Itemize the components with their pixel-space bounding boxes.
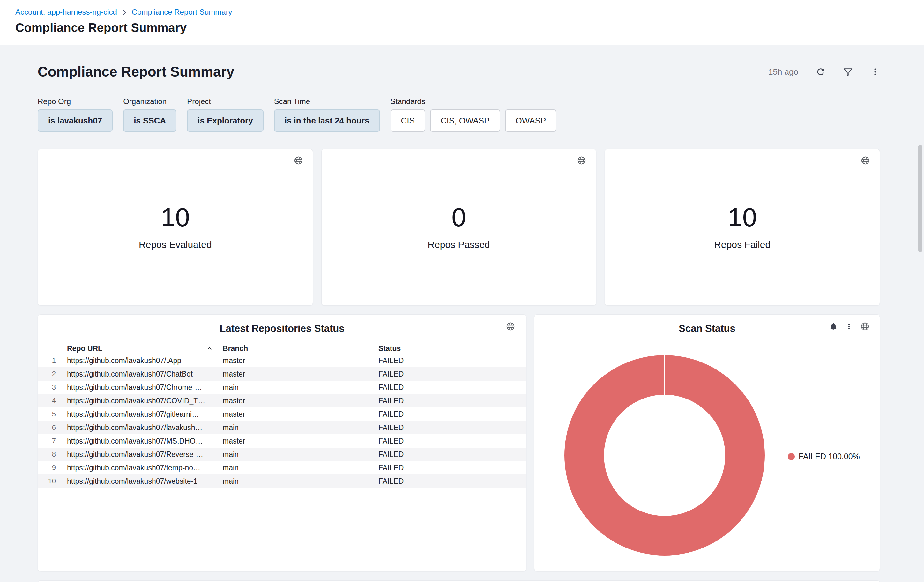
vertical-scrollbar-thumb[interactable]	[918, 145, 922, 252]
cell-branch: main	[218, 475, 374, 488]
sort-asc-icon	[206, 345, 213, 352]
cell-repo-url: https://github.com/lavakush07/temp-no…	[63, 461, 218, 475]
table-row: 7 https://github.com/lavakush07/MS.DHO… …	[38, 434, 526, 448]
kebab-menu-icon	[870, 67, 880, 77]
row-index: 4	[38, 394, 63, 407]
kpi-label: Repos Evaluated	[139, 239, 212, 250]
filter-button[interactable]	[843, 67, 853, 77]
dashboard-area: Compliance Report Summary 15h ago Repo O…	[0, 45, 886, 582]
more-menu-button[interactable]	[870, 67, 880, 77]
next-card-partial	[38, 580, 880, 582]
cell-status: FAILED	[374, 448, 526, 461]
filter-group-organization: Organization is SSCA	[123, 97, 177, 132]
row-index: 6	[38, 421, 63, 434]
filter-chip-repo-org[interactable]: is lavakush07	[38, 109, 113, 132]
globe-icon	[294, 156, 303, 165]
kpi-row: 10 Repos Evaluated 0 Repos Passed 10 Rep…	[38, 149, 880, 306]
filter-bar: Repo Org is lavakush07 Organization is S…	[38, 97, 848, 132]
cell-status: FAILED	[374, 461, 526, 475]
cell-repo-url: https://github.com/lavakush07/Chrome-…	[63, 381, 218, 394]
legend-swatch-failed	[788, 453, 795, 460]
table-row: 8 https://github.com/lavakush07/Reverse-…	[38, 448, 526, 461]
filter-label-organization: Organization	[123, 97, 177, 106]
globe-icon	[860, 322, 870, 331]
filter-chip-organization[interactable]: is SSCA	[123, 109, 177, 132]
cell-repo-url: https://github.com/lavakush07/lavakush…	[63, 421, 218, 434]
cell-repo-url: https://github.com/lavakush07/Reverse-…	[63, 448, 218, 461]
filter-chip-standard-owasp[interactable]: OWASP	[505, 109, 557, 132]
table-row: 5 https://github.com/lavakush07/gitlearn…	[38, 407, 526, 421]
cell-branch: master	[218, 394, 374, 407]
scan-status-card: Scan Status FAILED 100.00%	[534, 314, 880, 572]
row-index: 3	[38, 381, 63, 394]
kpi-card-repos-passed: 0 Repos Passed	[321, 149, 597, 306]
column-header-branch[interactable]: Branch	[218, 343, 374, 354]
filter-chip-project[interactable]: is Exploratory	[187, 109, 263, 132]
column-header-repo-url[interactable]: Repo URL	[63, 343, 218, 354]
cell-repo-url: https://github.com/lavakush07/gitlearni…	[63, 407, 218, 421]
explore-globe-button[interactable]	[860, 322, 870, 331]
filter-label-scan-time: Scan Time	[274, 97, 380, 106]
cell-status: FAILED	[374, 407, 526, 421]
table-row: 2 https://github.com/lavakush07/ChatBot …	[38, 367, 526, 381]
kpi-label: Repos Failed	[714, 239, 771, 250]
tile-menu-button[interactable]	[845, 322, 853, 331]
explore-globe-button[interactable]	[506, 322, 515, 331]
dashboard-toolbar: 15h ago	[768, 67, 880, 77]
row-index: 9	[38, 461, 63, 475]
table-row: 1 https://github.com/lavakush07/.App mas…	[38, 354, 526, 367]
column-header-label: Status	[378, 344, 401, 353]
kpi-value: 10	[728, 204, 757, 230]
top-header: Account: app-harness-ng-cicd Compliance …	[0, 0, 924, 45]
filter-group-standards: Standards CIS CIS, OWASP OWASP	[391, 97, 557, 132]
repo-table: Repo URL Branch Status 1 https://github.…	[38, 343, 526, 488]
dashboard-title: Compliance Report Summary	[38, 64, 234, 80]
breadcrumb: Account: app-harness-ng-cicd Compliance …	[15, 8, 924, 16]
page-title: Compliance Report Summary	[15, 21, 924, 35]
kebab-menu-icon	[845, 322, 853, 331]
repo-status-card: Latest Repositories Status Repo URL Bran…	[38, 314, 526, 572]
column-header-status[interactable]: Status	[374, 343, 526, 354]
globe-icon	[506, 322, 515, 331]
filter-chip-standard-cis[interactable]: CIS	[391, 109, 425, 132]
cell-branch: main	[218, 461, 374, 475]
explore-globe-button[interactable]	[577, 156, 586, 165]
cell-branch: master	[218, 354, 374, 367]
filter-chip-scan-time[interactable]: is in the last 24 hours	[274, 109, 380, 132]
row-index: 5	[38, 407, 63, 421]
kpi-value: 0	[452, 204, 466, 230]
explore-globe-button[interactable]	[294, 156, 303, 165]
cell-status: FAILED	[374, 354, 526, 367]
filter-group-project: Project is Exploratory	[187, 97, 263, 132]
row-index: 8	[38, 448, 63, 461]
table-title: Latest Repositories Status	[38, 323, 526, 335]
table-row: 6 https://github.com/lavakush07/lavakush…	[38, 421, 526, 434]
globe-icon	[861, 156, 870, 165]
kpi-card-repos-failed: 10 Repos Failed	[605, 149, 880, 306]
cell-branch: main	[218, 381, 374, 394]
filter-label-project: Project	[187, 97, 263, 106]
globe-icon	[577, 156, 586, 165]
cell-repo-url: https://github.com/lavakush07/website-1	[63, 475, 218, 488]
cell-repo-url: https://github.com/lavakush07/MS.DHO…	[63, 434, 218, 448]
last-refreshed-label: 15h ago	[768, 67, 798, 77]
breadcrumb-page-link[interactable]: Compliance Report Summary	[132, 8, 232, 16]
breadcrumb-account-link[interactable]: Account: app-harness-ng-cicd	[15, 8, 117, 16]
filter-chip-standard-cis-owasp[interactable]: CIS, OWASP	[430, 109, 500, 132]
explore-globe-button[interactable]	[861, 156, 870, 165]
legend-item-failed[interactable]: FAILED 100.00%	[788, 452, 860, 461]
cell-branch: main	[218, 421, 374, 434]
alerts-bell-button[interactable]	[829, 322, 838, 331]
table-row: 9 https://github.com/lavakush07/temp-no……	[38, 461, 526, 475]
filter-label-repo-org: Repo Org	[38, 97, 113, 106]
column-header-label: Repo URL	[67, 344, 102, 353]
row-index: 10	[38, 475, 63, 488]
bell-icon	[829, 322, 838, 331]
cell-status: FAILED	[374, 381, 526, 394]
cell-branch: master	[218, 367, 374, 381]
scan-status-title: Scan Status	[535, 323, 879, 335]
table-row: 10 https://github.com/lavakush07/website…	[38, 475, 526, 488]
filter-group-scan-time: Scan Time is in the last 24 hours	[274, 97, 380, 132]
column-header-label: Branch	[223, 344, 248, 353]
refresh-button[interactable]	[815, 67, 826, 77]
